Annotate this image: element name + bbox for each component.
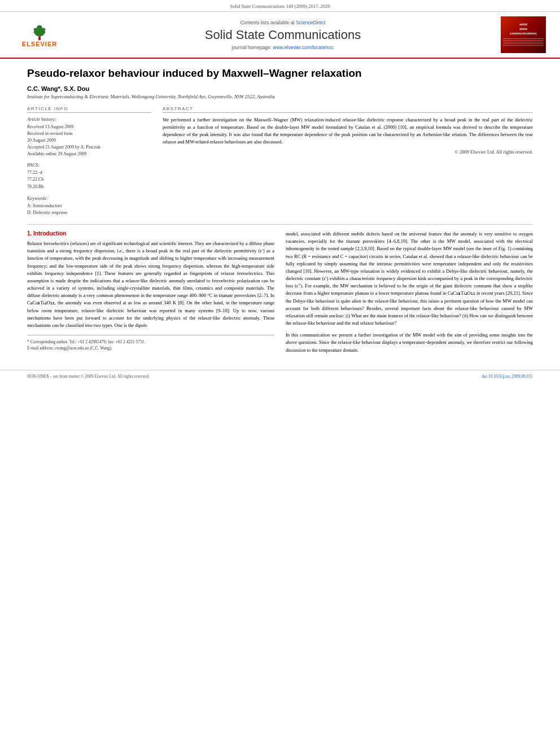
abstract-box: ABSTRACT We performed a further investig… bbox=[163, 106, 533, 216]
svg-rect-0 bbox=[38, 36, 41, 40]
received-date: Received 13 August 2009 bbox=[27, 124, 151, 130]
journal-title: Solid State Communications bbox=[73, 28, 492, 42]
svg-point-7 bbox=[41, 28, 46, 31]
accepted-date: Accepted 21 August 2009 by A. Pinczuk bbox=[27, 144, 151, 151]
intro-para3: In this communication we present a furth… bbox=[286, 331, 533, 354]
contents-line: Contents lists available at ScienceDirec… bbox=[73, 20, 492, 25]
info-section: ARTICLE INFO Article history: Received 1… bbox=[27, 106, 533, 216]
article-info-header: ARTICLE INFO bbox=[27, 106, 151, 113]
footnote-area: * Corresponding author. Tel.: +61 2 4298… bbox=[27, 335, 274, 352]
elsevier-logo: ELSEVIER bbox=[16, 21, 64, 49]
elsevier-tree-icon bbox=[28, 23, 51, 41]
footnote-corresponding: * Corresponding author. Tel.: +61 2 4298… bbox=[27, 339, 274, 345]
elsevier-logo-area: ELSEVIER bbox=[11, 21, 68, 49]
affiliation: Institute for Superconducting & Electron… bbox=[27, 94, 533, 99]
abstract-copyright: © 2009 Elsevier Ltd. All rights reserved… bbox=[163, 149, 533, 155]
journal-header: ELSEVIER Contents lists available at Sci… bbox=[0, 12, 560, 59]
pacs-label: PACS: bbox=[27, 162, 151, 168]
revised-date: Received in revised form 20 August 2009 bbox=[27, 130, 151, 144]
pacs-1: 77.22.-d bbox=[27, 169, 151, 177]
journal-homepage: journal homepage: www.elsevier.com/locat… bbox=[73, 45, 492, 50]
article-info-box: ARTICLE INFO Article history: Received 1… bbox=[27, 106, 151, 216]
top-bar: Solid State Communications 149 (2009) 20… bbox=[0, 0, 560, 12]
keyword-1: A: Semiconductors bbox=[27, 203, 151, 209]
history-label: Article history: bbox=[27, 116, 151, 122]
doi-link[interactable]: doi:10.1016/j.ssc.2009.08.031 bbox=[482, 374, 533, 379]
main-content: Pseudo-relaxor behaviour induced by Maxw… bbox=[0, 59, 560, 370]
keyword-2: D: Dielectric response bbox=[27, 209, 151, 216]
online-date: Available online 29 August 2009 bbox=[27, 151, 151, 158]
pacs-2: 77.22.Ch bbox=[27, 176, 151, 184]
elsevier-wordmark: ELSEVIER bbox=[22, 41, 57, 47]
body-col-right: model, associated with different mobile … bbox=[286, 230, 533, 359]
homepage-link[interactable]: www.elsevier.com/locate/ssc bbox=[273, 45, 334, 50]
journal-citation: Solid State Communications 149 (2009) 20… bbox=[230, 3, 330, 9]
sciencedirect-link[interactable]: ScienceDirect bbox=[296, 20, 325, 25]
body-columns: 1. Introduction Relaxor ferroelectrics (… bbox=[27, 230, 533, 359]
journal-header-center: Contents lists available at ScienceDirec… bbox=[73, 20, 492, 50]
pacs-3: 78.20.Bh bbox=[27, 184, 151, 191]
intro-para1: Relaxor ferroelectrics (relaxors) are of… bbox=[27, 240, 274, 329]
journal-cover: solid state communications bbox=[498, 16, 549, 53]
svg-point-6 bbox=[34, 28, 38, 31]
authors: C.C. Wang*, S.X. Dou bbox=[27, 85, 533, 92]
keywords-label: Keywords: bbox=[27, 195, 151, 201]
bottom-strip: 0038-1098/$ – see front matter © 2009 El… bbox=[0, 370, 560, 382]
intro-para2: model, associated with different mobile … bbox=[286, 230, 533, 327]
abstract-header: ABSTRACT bbox=[163, 106, 533, 113]
abstract-text: We performed a further investigation on … bbox=[163, 116, 533, 146]
footnote-email: E-mail address: cwang@uow.edu.au (C.C. W… bbox=[27, 345, 274, 351]
section-divider bbox=[27, 224, 533, 225]
body-col-left: 1. Introduction Relaxor ferroelectrics (… bbox=[27, 230, 274, 359]
intro-heading: 1. Introduction bbox=[27, 230, 274, 237]
author-names: C.C. Wang*, S.X. Dou bbox=[27, 85, 89, 92]
journal-cover-box: solid state communications bbox=[501, 16, 546, 53]
article-title: Pseudo-relaxor behaviour induced by Maxw… bbox=[27, 67, 533, 81]
issn-text: 0038-1098/$ – see front matter © 2009 El… bbox=[27, 374, 150, 379]
